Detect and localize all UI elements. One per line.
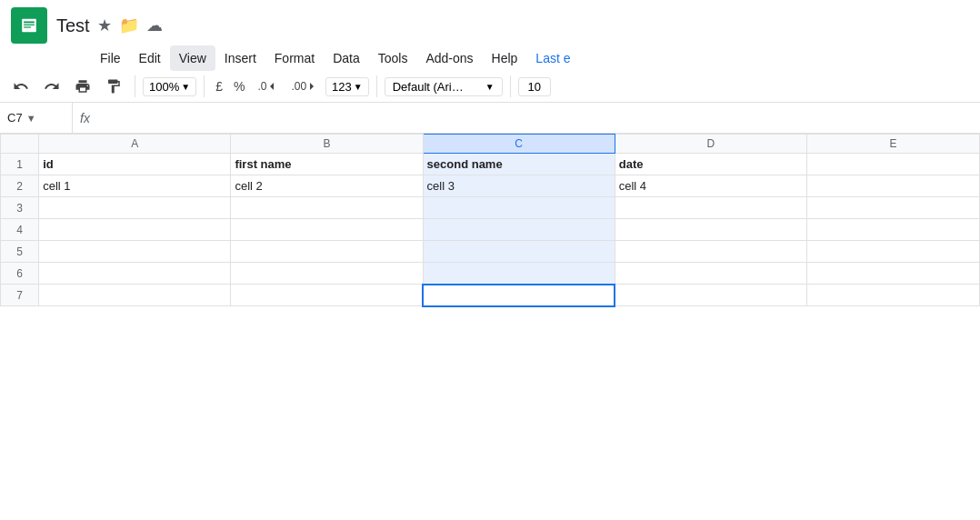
undo-button[interactable] (7, 75, 35, 98)
row-header-5[interactable]: 5 (1, 241, 39, 263)
cell-e5[interactable] (806, 241, 979, 263)
cell-c3[interactable] (423, 197, 615, 219)
cell-b1[interactable]: first name (231, 154, 423, 175)
cell-d7[interactable] (615, 285, 806, 306)
menu-format[interactable]: Format (265, 45, 324, 71)
menu-file[interactable]: File (91, 45, 130, 71)
cell-a4[interactable] (39, 219, 231, 241)
percent-button[interactable]: % (230, 75, 248, 97)
menu-addons[interactable]: Add-ons (416, 45, 482, 71)
cell-a3[interactable] (39, 197, 231, 219)
menu-last-edit[interactable]: Last e (526, 45, 579, 71)
format-paint-button[interactable] (100, 75, 127, 98)
cell-b4[interactable] (231, 219, 423, 241)
toolbar-divider-2 (204, 75, 205, 97)
currency-button[interactable]: £ (212, 75, 226, 97)
star-icon[interactable]: ★ (97, 15, 112, 35)
corner-cell (1, 135, 39, 154)
cell-e3[interactable] (806, 197, 979, 219)
zoom-value: 100% (149, 80, 179, 94)
cell-d6[interactable] (615, 263, 806, 285)
cell-c5[interactable] (423, 241, 615, 263)
row-header-4[interactable]: 4 (1, 219, 39, 241)
menu-tools[interactable]: Tools (369, 45, 417, 71)
menu-edit[interactable]: Edit (130, 45, 170, 71)
font-selector[interactable]: Default (Ari… ▼ (385, 77, 503, 96)
print-button[interactable] (69, 75, 96, 98)
row-header-1[interactable]: 1 (1, 154, 39, 175)
cell-a2[interactable]: cell 1 (39, 175, 231, 197)
zoom-dropdown-icon: ▼ (181, 82, 190, 92)
toolbar: 100% ▼ £ % .0 .00 123 ▼ Default (Ari… ▼ (0, 71, 980, 103)
decimal-increase-button[interactable]: .00 (285, 76, 322, 96)
cell-e6[interactable] (806, 263, 979, 285)
sheet-table: A B C D E 1idfirst namesecond namedate2c… (0, 134, 980, 307)
cell-e2[interactable] (806, 175, 979, 197)
number-format-dropdown-icon: ▼ (354, 82, 363, 92)
cell-c4[interactable] (423, 219, 615, 241)
row-header-6[interactable]: 6 (1, 263, 39, 285)
col-header-d[interactable]: D (615, 135, 806, 154)
decimal-decrease-button[interactable]: .0 (252, 76, 282, 96)
col-header-c[interactable]: C (423, 135, 615, 154)
number-format-value: 123 (332, 80, 352, 94)
menu-help[interactable]: Help (483, 45, 527, 71)
cell-b3[interactable] (231, 197, 423, 219)
toolbar-divider-3 (376, 75, 377, 97)
zoom-selector[interactable]: 100% ▼ (143, 77, 196, 96)
app-icon (11, 7, 47, 44)
cloud-icon[interactable]: ☁ (146, 15, 163, 35)
svg-rect-3 (24, 25, 35, 25)
cell-b2[interactable]: cell 2 (231, 175, 423, 197)
cell-d4[interactable] (615, 219, 806, 241)
cell-b6[interactable] (231, 263, 423, 285)
cell-d1[interactable]: date (615, 154, 806, 175)
cell-d2[interactable]: cell 4 (615, 175, 806, 197)
menu-data[interactable]: Data (324, 45, 369, 71)
cell-e7[interactable] (806, 285, 979, 306)
cell-b7[interactable] (231, 285, 423, 306)
svg-rect-4 (24, 26, 31, 27)
spreadsheet: A B C D E 1idfirst namesecond namedate2c… (0, 134, 980, 307)
font-name: Default (Ari… (393, 80, 484, 94)
col-header-a[interactable]: A (39, 135, 231, 154)
cell-a6[interactable] (39, 263, 231, 285)
row-header-3[interactable]: 3 (1, 197, 39, 219)
number-format-selector[interactable]: 123 ▼ (325, 77, 369, 96)
cell-e1[interactable] (806, 154, 979, 175)
cell-c2[interactable]: cell 3 (423, 175, 615, 197)
cell-a1[interactable]: id (39, 154, 231, 175)
formula-input[interactable] (95, 111, 459, 125)
col-header-e[interactable]: E (806, 135, 979, 154)
row-header-7[interactable]: 7 (1, 285, 39, 306)
toolbar-divider-1 (135, 75, 135, 97)
cell-b5[interactable] (231, 241, 423, 263)
document-title: Test (56, 15, 90, 36)
cell-ref-dropdown-icon[interactable]: ▼ (26, 113, 36, 124)
redo-button[interactable] (38, 75, 65, 98)
menu-bar: File Edit View Insert Format Data Tools … (0, 44, 980, 71)
cell-c6[interactable] (423, 263, 615, 285)
cell-reference-box[interactable]: C7 ▼ (0, 103, 73, 133)
cell-d3[interactable] (615, 197, 806, 219)
folder-icon[interactable]: 📁 (119, 15, 139, 35)
cell-ref-value: C7 (7, 111, 23, 125)
cell-a7[interactable] (39, 285, 231, 306)
cell-c1[interactable]: second name (423, 154, 615, 175)
formula-bar: C7 ▼ fx (0, 103, 980, 134)
menu-view[interactable]: View (170, 45, 215, 71)
row-header-2[interactable]: 2 (1, 175, 39, 197)
font-size-input[interactable] (518, 77, 551, 96)
col-header-b[interactable]: B (231, 135, 423, 154)
svg-rect-2 (24, 21, 35, 23)
cell-d5[interactable] (615, 241, 806, 263)
cell-e4[interactable] (806, 219, 979, 241)
menu-insert[interactable]: Insert (215, 45, 265, 71)
cell-c7[interactable] (423, 285, 615, 306)
toolbar-divider-4 (510, 75, 511, 97)
cell-a5[interactable] (39, 241, 231, 263)
font-dropdown-icon: ▼ (485, 82, 495, 92)
fx-label: fx (80, 111, 90, 125)
